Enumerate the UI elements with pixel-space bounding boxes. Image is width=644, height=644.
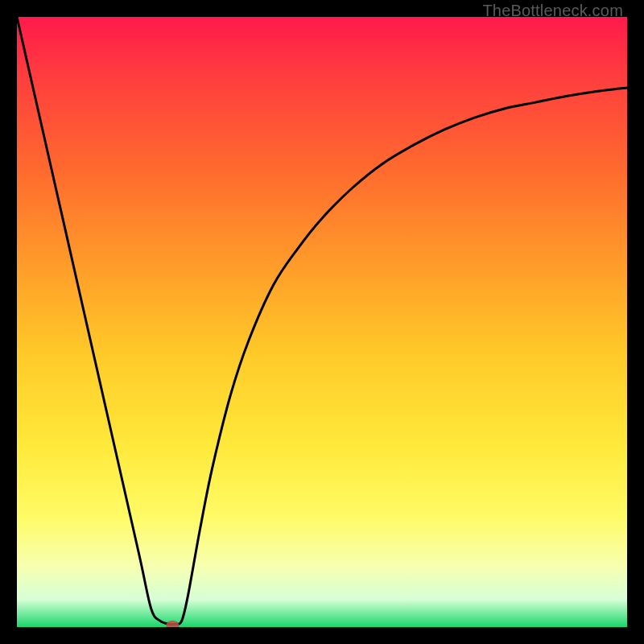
gradient-background [17,17,627,627]
bottleneck-chart [17,17,627,627]
chart-frame [17,17,627,627]
